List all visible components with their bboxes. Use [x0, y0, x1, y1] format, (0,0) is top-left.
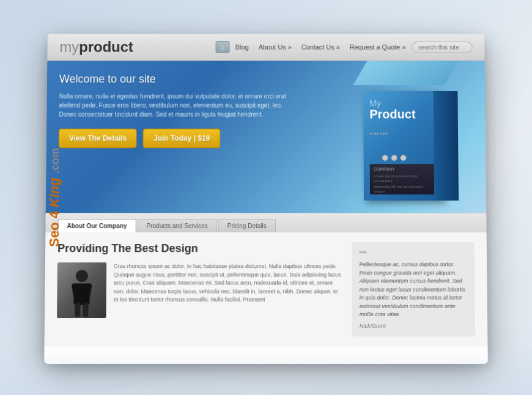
- tab-pricing-details[interactable]: Pricing Details: [218, 219, 276, 232]
- quote-text: Pellentesque ac, cursus dapibus tortor. …: [359, 260, 467, 319]
- hero-section: Welcome to our site Nulla ornare, nulla …: [46, 61, 487, 213]
- svg-rect-5: [83, 303, 88, 317]
- content-with-image: Cras rhoncus ipsum ac dolor. In hac habi…: [57, 262, 342, 318]
- side-label-king: King: [46, 177, 62, 207]
- dot-2: [391, 155, 397, 161]
- nav-blog[interactable]: Blog: [232, 42, 253, 53]
- hero-content: Welcome to our site Nulla ornare, nulla …: [59, 73, 287, 148]
- box-front-face: My Product ● ●● ●●●: [363, 91, 443, 201]
- box-right-face: [434, 91, 459, 201]
- svg-rect-4: [75, 303, 80, 317]
- box-company-text: COMPANY Lorem ipsum sit amet dolor conse…: [370, 164, 437, 196]
- hero-body-text: Nulla ornare, nulla et egestas hendrerit…: [59, 92, 287, 119]
- side-label: Seo 4 King .com: [46, 148, 62, 247]
- box-3d: My Product ● ●● ●●●: [351, 61, 462, 201]
- side-label-seo: Seo: [46, 223, 62, 247]
- site-header: myproduct ⌂ Blog About Us » Contact Us »…: [47, 34, 484, 61]
- dot-3: [401, 155, 407, 161]
- side-label-com: .com: [49, 148, 61, 174]
- tabs-bar: About Our Company Products and Services …: [45, 213, 486, 232]
- box-my-label: My: [369, 98, 437, 108]
- page-wrapper: Seo 4 King .com myproduct ⌂ Blog About U…: [0, 0, 532, 395]
- box-front-bottom: COMPANY Lorem ipsum sit amet dolor conse…: [370, 164, 437, 194]
- box-dots: [382, 155, 407, 161]
- nav-home-button[interactable]: ⌂: [216, 41, 230, 53]
- content-left: Providing The Best Design Cras: [57, 242, 342, 336]
- logo-product: product: [79, 39, 133, 55]
- join-today-button[interactable]: Join Today | $19: [143, 128, 220, 148]
- nav-quote[interactable]: Request a Quote »: [346, 42, 410, 53]
- view-details-button[interactable]: View The Details: [59, 128, 137, 148]
- tab-products-services[interactable]: Products and Services: [137, 219, 216, 232]
- box-front-text: My Product: [363, 91, 443, 127]
- hero-buttons: View The Details Join Today | $19: [59, 128, 287, 148]
- nav-about[interactable]: About Us »: [255, 42, 295, 53]
- content-right: ““ Pellentesque ac, cursus dapibus torto…: [352, 242, 475, 336]
- content-image: [57, 262, 106, 318]
- site-nav: ⌂ Blog About Us » Contact Us » Request a…: [216, 41, 473, 53]
- content-body-text: Cras rhoncus ipsum ac dolor. In hac habi…: [114, 262, 342, 318]
- quote-author: Nick/Grunt: [360, 323, 468, 329]
- quote-mark: ““: [359, 249, 467, 260]
- dot-1: [382, 155, 388, 161]
- hero-title: Welcome to our site: [59, 73, 287, 86]
- box-logos: ● ●● ●●●: [363, 127, 443, 139]
- box-product-label: Product: [369, 108, 437, 120]
- nav-contact[interactable]: Contact Us »: [298, 42, 344, 53]
- svg-point-0: [76, 270, 88, 282]
- website-card: myproduct ⌂ Blog About Us » Contact Us »…: [44, 34, 488, 364]
- side-label-num: 4: [46, 211, 62, 218]
- site-logo: myproduct: [59, 39, 133, 56]
- person-silhouette-icon: [66, 268, 97, 318]
- content-area: Providing The Best Design Cras: [44, 232, 487, 346]
- product-box: My Product ● ●● ●●●: [339, 61, 474, 213]
- box-top-face: [353, 61, 459, 86]
- content-title: Providing The Best Design: [57, 242, 342, 255]
- search-input[interactable]: [412, 42, 472, 53]
- logo-my: my: [59, 39, 79, 55]
- tab-about-company[interactable]: About Our Company: [57, 219, 136, 232]
